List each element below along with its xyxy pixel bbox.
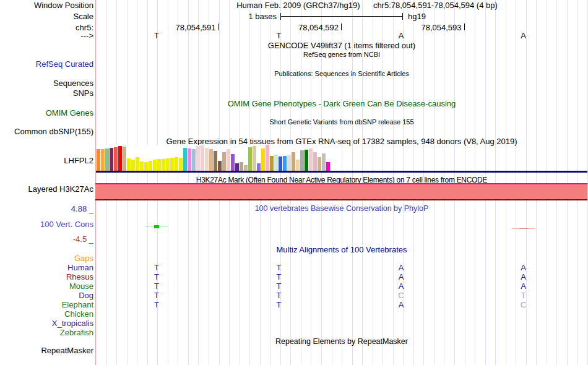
- aligned-base: A: [521, 272, 526, 281]
- gtex-tissue-bar: [326, 162, 330, 171]
- scale-value: 1 bases: [248, 12, 277, 21]
- omim-genes-label[interactable]: OMIM Genes: [46, 108, 93, 118]
- gtex-tissue-bar: [214, 151, 217, 171]
- gtex-tissue-bar: [140, 161, 144, 171]
- gtex-tissue-bar: [287, 155, 291, 171]
- gtex-tissue-bar: [231, 154, 235, 171]
- cons-value-mark: [519, 228, 528, 230]
- aligned-base: T: [277, 291, 282, 300]
- aligned-base: A: [521, 263, 526, 272]
- layered-h3k27ac-label[interactable]: Layered H3K27Ac: [28, 184, 93, 194]
- genome-browser-image: Window Position Human Feb. 2009 (GRCh37/…: [0, 0, 588, 365]
- aligned-base: T: [277, 272, 282, 281]
- reference-base: T: [277, 31, 282, 40]
- gtex-tissue-bar: [105, 148, 109, 171]
- multiz-track-title[interactable]: Multiz Alignments of 100 Vertebrates: [96, 245, 587, 254]
- publications-track-title[interactable]: Publications: Sequences in Scientific Ar…: [96, 70, 587, 77]
- scale-ruler: [280, 16, 403, 17]
- position-title: Human Feb. 2009 (GRCh37/hg19) chr5:78,05…: [146, 1, 588, 10]
- refseq-track-title[interactable]: RefSeq genes from NCBI: [96, 51, 587, 58]
- species-label-mouse[interactable]: Mouse: [69, 281, 93, 291]
- strand-label[interactable]: --->: [80, 31, 93, 40]
- species-label-elephant[interactable]: Elephant: [62, 300, 93, 309]
- gtex-tissue-bar: [110, 148, 113, 171]
- aligned-base: A: [399, 300, 404, 309]
- gtex-tissue-bar: [127, 158, 131, 171]
- aligned-base: A: [521, 281, 526, 291]
- aligned-base: A: [399, 281, 404, 291]
- scale-ruler-right-tick: [402, 13, 403, 20]
- refseq-curated-label[interactable]: RefSeq Curated: [36, 59, 93, 69]
- coordinate-tick: [218, 24, 219, 30]
- aligned-base: T: [277, 263, 282, 272]
- sequences-label[interactable]: Sequences: [53, 79, 93, 88]
- gtex-tissue-bar: [296, 160, 300, 171]
- reference-base: T: [154, 31, 159, 40]
- gencode-track-title[interactable]: GENCODE V49lift37 (1 items filtered out): [96, 41, 587, 50]
- gtex-tissue-bar: [300, 150, 304, 171]
- gtex-tissue-bar: [157, 159, 161, 171]
- gtex-tissue-bar: [209, 149, 213, 171]
- scale-ruler-left-tick: [280, 13, 281, 20]
- aligned-base: T: [154, 281, 159, 291]
- gtex-tissue-bar: [162, 159, 165, 171]
- gtex-tissue-bar: [205, 148, 209, 171]
- gtex-tissue-bar: [279, 157, 282, 171]
- gtex-tissue-bar: [227, 149, 230, 171]
- gtex-tissue-bar: [188, 148, 191, 171]
- range-title: chr5:78,054,591-78,054,594 (4 bp): [373, 1, 498, 10]
- species-label-x_tropicalis[interactable]: X_tropicalis: [52, 319, 93, 328]
- species-label-human[interactable]: Human: [67, 263, 93, 272]
- species-label-zebrafish[interactable]: Zebrafish: [60, 328, 93, 337]
- gtex-tissue-bar: [175, 157, 178, 171]
- species-label-dog[interactable]: Dog: [79, 291, 93, 300]
- gtex-tissue-bar: [305, 150, 308, 171]
- gtex-tissue-bar: [196, 146, 200, 171]
- gtex-baseline: [96, 171, 587, 173]
- dbsnp-track-title[interactable]: Short Genetic Variants from dbSNP releas…: [96, 118, 587, 126]
- gtex-tissue-bar: [131, 160, 135, 171]
- gtex-tissue-bar: [144, 162, 148, 171]
- gtex-tissue-bar: [218, 161, 222, 171]
- gtex-tissue-bar: [118, 146, 122, 171]
- aligned-base: A: [399, 272, 404, 281]
- snps-label[interactable]: SNPs: [73, 88, 93, 98]
- aligned-base: A: [399, 263, 404, 272]
- repeatmasker-label[interactable]: RepeatMasker: [41, 346, 93, 355]
- gtex-tissue-bar: [201, 145, 204, 171]
- gtex-tissue-bar: [149, 161, 152, 171]
- species-label-chicken[interactable]: Chicken: [64, 309, 93, 319]
- repeatmasker-track-title[interactable]: Repeating Elements by RepeatMasker: [96, 337, 587, 346]
- gtex-tissue-bar: [166, 158, 170, 171]
- aligned-base: T: [277, 281, 282, 291]
- gtex-tissue-bar: [222, 152, 226, 171]
- conservation-track-title[interactable]: 100 vertebrates Basewise Conservation by…: [96, 204, 587, 213]
- gtex-tissue-bar: [318, 157, 321, 171]
- gtex-tissue-bar: [153, 160, 157, 171]
- gtex-tissue-bar: [322, 153, 326, 171]
- gtex-tissue-bar: [183, 148, 187, 171]
- aligned-base: T: [277, 300, 282, 309]
- h3k27ac-signal-block[interactable]: [95, 184, 587, 199]
- gaps-label[interactable]: Gaps: [74, 254, 93, 263]
- gtex-tissue-bar: [240, 162, 243, 171]
- vert-cons-label[interactable]: 100 Vert. Cons: [40, 220, 93, 229]
- reference-base: A: [521, 31, 526, 40]
- omim-track-title[interactable]: OMIM Gene Phenotypes - Dark Green Can Be…: [96, 99, 587, 108]
- common-dbsnp-label[interactable]: Common dbSNP(155): [14, 127, 93, 136]
- gtex-tissue-bar: [244, 165, 248, 171]
- gtex-tissue-bar: [309, 148, 313, 171]
- gtex-tissue-bar: [97, 149, 100, 171]
- gtex-tissue-bar: [274, 155, 278, 171]
- gtex-tissue-bar: [253, 146, 256, 171]
- gtex-tissue-bar: [192, 149, 196, 171]
- cons-axis-min: -4.5 _: [73, 234, 93, 244]
- cons-value-mark: [154, 225, 159, 228]
- gtex-tissue-bar: [266, 145, 269, 171]
- gtex-gene-label[interactable]: LHFPL2: [64, 156, 93, 165]
- window-position-label: Window Position: [34, 1, 93, 10]
- species-label-rhesus[interactable]: Rhesus: [66, 272, 93, 281]
- coordinate-tick: [341, 24, 342, 30]
- gtex-tissue-bar: [270, 156, 274, 171]
- aligned-base: T: [154, 300, 159, 309]
